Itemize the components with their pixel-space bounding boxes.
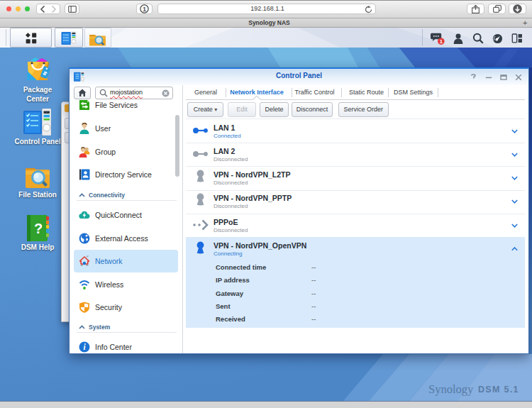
svg-text:1: 1 bbox=[440, 38, 443, 45]
svg-text:1: 1 bbox=[143, 6, 146, 13]
svg-text:DSM 5.1: DSM 5.1 bbox=[478, 385, 519, 395]
svg-text:?: ? bbox=[34, 221, 43, 236]
svg-text:Synology: Synology bbox=[428, 382, 474, 396]
